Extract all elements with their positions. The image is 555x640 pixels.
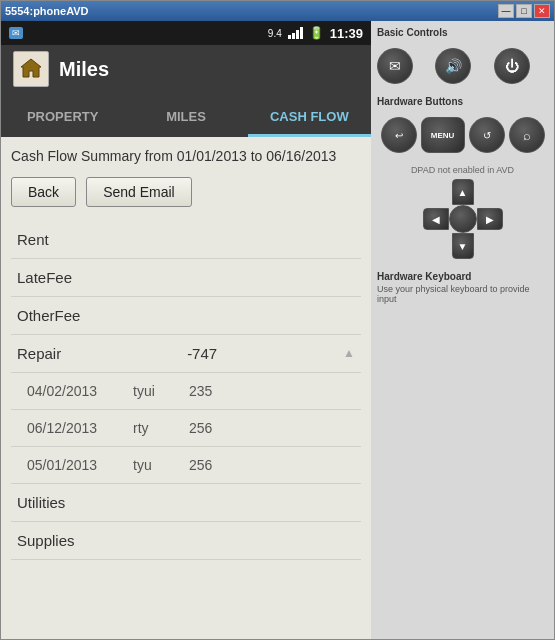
entry-name: tyui (133, 383, 173, 399)
keyboard-desc: Use your physical keyboard to provide in… (377, 284, 548, 304)
phone-area: ✉ 9.4 🔋 11:39 (1, 21, 371, 639)
repair-label: Repair (17, 345, 61, 362)
email-notification-icon: ✉ (9, 27, 23, 39)
list-item: LateFee (11, 259, 361, 297)
keyboard-title: Hardware Keyboard (377, 271, 548, 282)
search-hw-button[interactable]: ⌕ (509, 117, 545, 153)
back-hw-button[interactable]: ↩ (381, 117, 417, 153)
list-item: Supplies (11, 522, 361, 560)
dpad-note: DPAD not enabled in AVD (411, 165, 514, 175)
entry-name: tyu (133, 457, 173, 473)
minimize-button[interactable]: — (498, 4, 514, 18)
latefee-label: LateFee (17, 269, 72, 286)
repair-entry-row: 04/02/2013 tyui 235 (11, 373, 361, 410)
app-header: Miles (1, 45, 371, 93)
dpad-center-button[interactable] (449, 205, 477, 233)
volume-button[interactable]: 🔊 (435, 48, 471, 84)
tab-property[interactable]: PROPERTY (1, 99, 124, 137)
repair-row[interactable]: Repair -747 ▲ (11, 335, 361, 373)
otherfee-label: OtherFee (17, 307, 80, 324)
signal-bars (288, 27, 303, 39)
window-title: 5554:phoneAVD (5, 5, 89, 17)
window-controls: — □ ✕ (498, 4, 550, 18)
status-right: 9.4 🔋 11:39 (268, 26, 363, 41)
date-text: 04/02/2013 (27, 383, 117, 399)
dpad-down-button[interactable]: ▼ (452, 233, 474, 259)
keyboard-section: Hardware Keyboard Use your physical keyb… (377, 271, 548, 304)
status-left: ✉ (9, 27, 23, 39)
entry-amount: 235 (189, 383, 212, 399)
tab-miles[interactable]: MILES (124, 99, 247, 137)
hardware-buttons-title: Hardware Buttons (377, 96, 548, 107)
network-label: 9.4 (268, 28, 282, 39)
action-buttons: Back Send Email (11, 177, 361, 207)
summary-text: Cash Flow Summary from 01/01/2013 to 06/… (11, 147, 361, 167)
message-button[interactable]: ✉ (377, 48, 413, 84)
list-item: Rent (11, 221, 361, 259)
status-bar: ✉ 9.4 🔋 11:39 (1, 21, 371, 45)
app-title: Miles (59, 58, 109, 81)
menu-hw-button[interactable]: MENU (421, 117, 465, 153)
rotate-hw-button[interactable]: ↺ (469, 117, 505, 153)
close-button[interactable]: ✕ (534, 4, 550, 18)
collapse-icon[interactable]: ▲ (343, 346, 355, 360)
back-button[interactable]: Back (11, 177, 76, 207)
battery-icon: 🔋 (309, 26, 324, 40)
basic-controls-title: Basic Controls (377, 27, 548, 38)
list-item: Utilities (11, 484, 361, 522)
repair-entry-row: 05/01/2013 tyu 256 (11, 447, 361, 484)
repair-value: -747 (187, 345, 217, 362)
dpad-right-button[interactable]: ▶ (477, 208, 503, 230)
power-button[interactable]: ⏻ (494, 48, 530, 84)
maximize-button[interactable]: □ (516, 4, 532, 18)
supplies-label: Supplies (17, 532, 75, 549)
app-logo (13, 51, 49, 87)
house-icon (19, 57, 43, 81)
dpad-left-button[interactable]: ◀ (423, 208, 449, 230)
right-panel: Basic Controls ✉ 🔊 ⏻ Hardware Buttons ↩ … (371, 21, 554, 639)
dpad: ▲ ▼ ◀ ▶ (423, 179, 503, 259)
list-section: Rent LateFee OtherFee Repair -747 ▲ (11, 221, 361, 560)
basic-controls-grid: ✉ 🔊 ⏻ (377, 48, 548, 84)
title-bar: 5554:phoneAVD — □ ✕ (1, 1, 554, 21)
rent-label: Rent (17, 231, 49, 248)
date-text: 06/12/2013 (27, 420, 117, 436)
tab-bar: PROPERTY MILES CASH FLOW (1, 93, 371, 137)
entry-amount: 256 (189, 457, 212, 473)
app-content: Miles PROPERTY MILES CASH FLOW Cash Flow… (1, 45, 371, 639)
date-text: 05/01/2013 (27, 457, 117, 473)
entry-amount: 256 (189, 420, 212, 436)
hw-buttons-row: ↩ MENU ↺ ⌕ (377, 117, 548, 153)
app-window: 5554:phoneAVD — □ ✕ ✉ 9.4 (0, 0, 555, 640)
dpad-section: DPAD not enabled in AVD ▲ ▼ ◀ ▶ (377, 165, 548, 259)
tab-cashflow[interactable]: CASH FLOW (248, 99, 371, 137)
time-display: 11:39 (330, 26, 363, 41)
utilities-label: Utilities (17, 494, 65, 511)
list-item: OtherFee (11, 297, 361, 335)
main-body: Cash Flow Summary from 01/01/2013 to 06/… (1, 137, 371, 639)
send-email-button[interactable]: Send Email (86, 177, 192, 207)
svg-marker-0 (21, 59, 41, 77)
dpad-up-button[interactable]: ▲ (452, 179, 474, 205)
entry-name: rty (133, 420, 173, 436)
repair-entry-row: 06/12/2013 rty 256 (11, 410, 361, 447)
content-area: ✉ 9.4 🔋 11:39 (1, 21, 554, 639)
